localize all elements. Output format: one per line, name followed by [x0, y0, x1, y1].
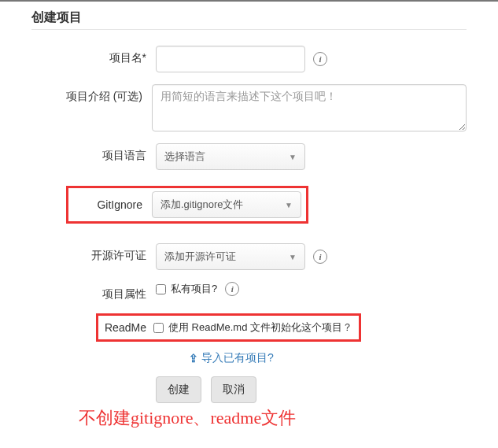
page-title: 创建项目: [31, 9, 467, 26]
private-checkbox-label: 私有项目?: [171, 282, 217, 296]
info-icon: i: [313, 250, 327, 264]
info-icon: i: [313, 52, 327, 66]
chevron-down-icon: ▼: [289, 153, 297, 161]
row-import: ⇪ 导入已有项目?: [189, 351, 467, 365]
label-visibility: 项目属性: [31, 282, 156, 302]
label-description: 项目介绍 (可选): [31, 84, 152, 104]
readme-checkbox-label: 使用 ReadMe.md 文件初始化这个项目？: [168, 320, 352, 335]
label-gitignore: GitIgnore: [73, 198, 152, 211]
row-visibility: 项目属性 私有项目? i: [31, 282, 467, 302]
submit-button[interactable]: 创建: [156, 376, 201, 403]
readme-checkbox[interactable]: [153, 323, 164, 333]
language-select-value: 选择语言: [164, 150, 205, 164]
highlight-gitignore: GitIgnore 添加.gitignore文件 ▼: [66, 186, 308, 224]
language-select[interactable]: 选择语言 ▼: [156, 143, 305, 170]
row-gitignore: GitIgnore 添加.gitignore文件 ▼: [66, 186, 467, 224]
upload-icon: ⇪: [189, 352, 198, 365]
cancel-button[interactable]: 取消: [211, 376, 256, 403]
annotation-text: 不创建gitignore、readme文件: [79, 406, 467, 430]
license-select[interactable]: 添加开源许可证 ▼: [156, 243, 305, 270]
label-readme: ReadMe: [105, 321, 153, 334]
row-language: 项目语言 选择语言 ▼: [31, 143, 467, 170]
project-name-input[interactable]: [156, 46, 305, 72]
chevron-down-icon: ▼: [289, 253, 297, 261]
label-language: 项目语言: [31, 143, 156, 163]
row-license: 开源许可证 添加开源许可证 ▼ i: [31, 243, 467, 270]
info-icon: i: [225, 282, 239, 296]
row-readme: ReadMe 使用 ReadMe.md 文件初始化这个项目？: [96, 313, 467, 342]
row-buttons: 创建 取消: [156, 376, 467, 403]
license-select-value: 添加开源许可证: [164, 250, 236, 264]
description-textarea[interactable]: [152, 84, 467, 131]
import-link-label: 导入已有项目?: [201, 351, 274, 365]
gitignore-select[interactable]: 添加.gitignore文件 ▼: [152, 191, 301, 218]
row-description: 项目介绍 (可选): [31, 84, 467, 131]
label-project-name: 项目名*: [31, 46, 156, 65]
row-project-name: 项目名* i: [31, 46, 467, 72]
label-license: 开源许可证: [31, 243, 156, 263]
top-divider: [0, 0, 498, 2]
private-checkbox[interactable]: [156, 284, 166, 294]
chevron-down-icon: ▼: [285, 201, 293, 209]
import-link[interactable]: ⇪ 导入已有项目?: [189, 351, 274, 365]
highlight-readme: ReadMe 使用 ReadMe.md 文件初始化这个项目？: [96, 313, 361, 342]
title-divider: [31, 29, 467, 30]
gitignore-select-value: 添加.gitignore文件: [160, 198, 243, 212]
